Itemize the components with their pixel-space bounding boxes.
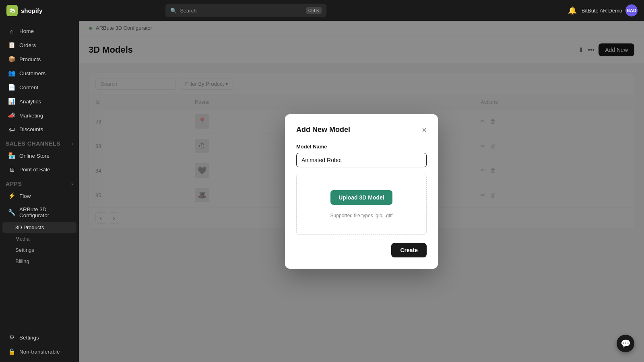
- shopify-bag-icon: 🛍: [6, 5, 18, 16]
- flow-icon: ⚡: [8, 192, 15, 200]
- sidebar-item-flow[interactable]: ⚡Flow: [2, 189, 76, 203]
- sidebar-label-arbute-configurator: ARBute 3D Configurator: [19, 206, 71, 218]
- sidebar-label-orders: Orders: [19, 42, 36, 48]
- sidebar-sub-item-3d-products[interactable]: 3D Products: [2, 222, 76, 233]
- sidebar-label-products: Products: [19, 56, 41, 62]
- chat-icon: 💬: [621, 339, 631, 348]
- bottom-label-non-transferable: Non-transferable: [19, 349, 60, 355]
- arbute-configurator-icon: 🔧: [8, 209, 15, 216]
- sidebar-item-products[interactable]: 📦Products: [2, 52, 76, 66]
- sidebar-label-point-of-sale: Point of Sale: [19, 167, 50, 173]
- sidebar-item-content[interactable]: 📄Content: [2, 80, 76, 94]
- add-model-modal: Add New Model × Model Name Upload 3D Mod…: [285, 114, 438, 269]
- sub-label-3d-products: 3D Products: [15, 224, 44, 230]
- search-shortcut: Ctrl K: [306, 7, 322, 14]
- bottom-label-settings: Settings: [19, 335, 39, 341]
- create-button[interactable]: Create: [391, 243, 427, 257]
- sidebar-sub-item-media[interactable]: Media: [2, 233, 76, 244]
- products-icon: 📦: [8, 56, 15, 63]
- user-avatar: BAD: [625, 4, 638, 16]
- analytics-icon: 📊: [8, 98, 15, 105]
- bell-icon: 🔔: [568, 6, 577, 14]
- sidebar-label-analytics: Analytics: [19, 99, 41, 105]
- upload-hint: Supported file types .glb, .gltf: [305, 213, 418, 218]
- sidebar-label-marketing: Marketing: [19, 113, 43, 119]
- point-of-sale-icon: 🖥: [8, 166, 15, 173]
- modal-footer: Create: [296, 243, 427, 257]
- sidebar-bottom-settings[interactable]: ⚙Settings: [2, 331, 76, 344]
- search-placeholder-text: Search: [180, 8, 196, 14]
- notification-bell[interactable]: 🔔: [568, 6, 577, 15]
- non-transferable-bottom-icon: 🔒: [8, 348, 15, 355]
- sidebar-item-orders[interactable]: 📋Orders: [2, 38, 76, 52]
- sub-label-settings: Settings: [15, 247, 34, 253]
- customers-icon: 👥: [8, 70, 15, 77]
- online-store-icon: 🏪: [8, 152, 15, 159]
- upload-area[interactable]: Upload 3D Model Supported file types .gl…: [296, 174, 427, 235]
- search-icon: 🔍: [170, 8, 177, 14]
- sidebar-label-customers: Customers: [19, 70, 45, 76]
- sidebar-bottom: ⚙Settings🔒Non-transferable: [0, 330, 79, 362]
- modal-overlay[interactable]: Add New Model × Model Name Upload 3D Mod…: [79, 21, 644, 362]
- shopify-logo[interactable]: 🛍 shopify: [6, 5, 42, 16]
- sidebar-label-online-store: Online Store: [19, 153, 50, 159]
- sidebar: ⌂Home📋Orders📦Products👥Customers📄Content📊…: [0, 21, 79, 362]
- sidebar-label-home: Home: [19, 28, 34, 34]
- model-name-input[interactable]: [296, 153, 427, 167]
- sidebar-item-marketing[interactable]: 📣Marketing: [2, 109, 76, 122]
- expand-icon: ›: [71, 140, 73, 147]
- sidebar-sub-item-settings[interactable]: Settings: [2, 245, 76, 255]
- chat-button[interactable]: 💬: [617, 335, 634, 352]
- sidebar-item-home[interactable]: ⌂Home: [2, 25, 76, 38]
- modal-header: Add New Model ×: [296, 125, 427, 134]
- discounts-icon: 🏷: [8, 126, 15, 133]
- sub-label-billing: Billing: [15, 258, 29, 264]
- logo-text: shopify: [21, 7, 42, 14]
- sidebar-item-point-of-sale[interactable]: 🖥Point of Sale: [2, 163, 76, 176]
- sidebar-item-analytics[interactable]: 📊Analytics: [2, 95, 76, 108]
- sidebar-label-flow: Flow: [19, 193, 31, 199]
- orders-icon: 📋: [8, 41, 15, 49]
- sidebar-sub-item-billing[interactable]: Billing: [2, 256, 76, 267]
- global-search[interactable]: 🔍 Search Ctrl K: [165, 4, 326, 17]
- sidebar-item-discounts[interactable]: 🏷Discounts: [2, 123, 76, 136]
- sidebar-item-arbute-configurator[interactable]: 🔧ARBute 3D Configurator: [2, 203, 76, 222]
- marketing-icon: 📣: [8, 112, 15, 119]
- content-icon: 📄: [8, 84, 15, 91]
- user-menu[interactable]: BitBute AR Demo BAD: [582, 4, 638, 16]
- upload-3d-model-button[interactable]: Upload 3D Model: [330, 190, 392, 205]
- apps-section: Apps ›: [0, 177, 79, 189]
- sub-label-media: Media: [15, 236, 29, 242]
- sales-channels-section: Sales channels ›: [0, 136, 79, 148]
- modal-title: Add New Model: [296, 125, 350, 134]
- model-name-field: Model Name: [296, 144, 427, 167]
- model-name-label: Model Name: [296, 144, 427, 150]
- sidebar-label-discounts: Discounts: [19, 126, 43, 132]
- sidebar-label-content: Content: [19, 84, 38, 90]
- sidebar-bottom-non-transferable[interactable]: 🔒Non-transferable: [2, 345, 76, 358]
- topbar: 🛍 shopify 🔍 Search Ctrl K 🔔 BitBute AR D…: [0, 0, 644, 21]
- topbar-right: 🔔 BitBute AR Demo BAD: [568, 4, 638, 16]
- sidebar-item-customers[interactable]: 👥Customers: [2, 66, 76, 80]
- modal-close-button[interactable]: ×: [422, 126, 427, 134]
- user-name: BitBute AR Demo: [582, 8, 622, 14]
- settings-bottom-icon: ⚙: [8, 334, 15, 341]
- home-icon: ⌂: [8, 28, 15, 35]
- sidebar-item-online-store[interactable]: 🏪Online Store: [2, 149, 76, 162]
- expand-icon-apps: ›: [71, 181, 73, 187]
